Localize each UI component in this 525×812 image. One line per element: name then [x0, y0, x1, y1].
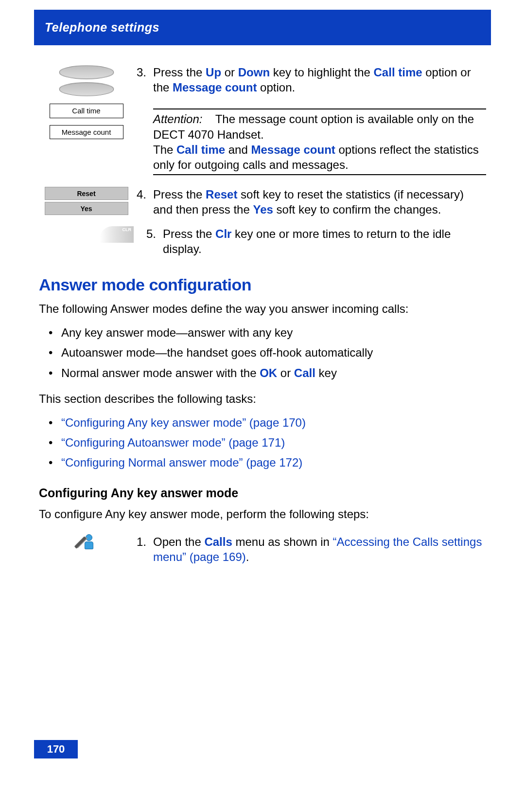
bullet-icon: •	[49, 435, 52, 450]
t: option.	[257, 81, 295, 94]
step-5-text: 5. Press the Clr key one or more times t…	[143, 226, 486, 256]
step-3-text: 3. Press the Up or Down key to highlight…	[134, 65, 486, 175]
t: soft key to confirm the changes.	[273, 203, 441, 216]
chapter-title: Telephone settings	[45, 20, 159, 34]
up-key-icon	[58, 65, 115, 79]
down-key-icon	[58, 82, 115, 96]
mode-autoanswer: Autoanswer mode—the handset goes off-hoo…	[61, 345, 373, 360]
bullet-icon: •	[49, 455, 52, 470]
tasks-list: • “Configuring Any key answer mode” (pag…	[39, 415, 486, 470]
link-normal[interactable]: “Configuring Normal answer mode” (page 1…	[61, 455, 302, 470]
page-content: Call time Message count 3. Press the Up …	[34, 45, 491, 565]
chapter-header: Telephone settings	[34, 10, 491, 45]
mode-any-key: Any key answer mode—answer with any key	[61, 325, 293, 340]
calls-menu-icon	[79, 534, 93, 549]
step-4-row: Reset Yes 4. Press the Reset soft key to…	[39, 187, 486, 217]
list-item: • “Configuring Autoanswer mode” (page 17…	[49, 435, 486, 450]
t: Press the	[163, 227, 215, 240]
t: Press the	[153, 188, 206, 201]
note-call-time: Call time	[176, 143, 225, 156]
step-5-body: Press the Clr key one or more times to r…	[163, 226, 486, 256]
bullet-icon: •	[49, 365, 52, 380]
t: key	[315, 366, 337, 379]
anykey-step-1-row: 1. Open the Calls menu as shown in “Acce…	[39, 534, 486, 564]
step-3-number: 3.	[134, 65, 146, 80]
person-icon	[85, 534, 93, 549]
bullet-icon: •	[49, 325, 52, 340]
t: The	[153, 143, 176, 156]
reset-softkey: Reset	[45, 187, 128, 200]
down-key-label: Down	[238, 66, 270, 79]
message-count-label: Message count	[173, 81, 257, 94]
t: key to highlight the	[270, 66, 373, 79]
list-item: • “Configuring Any key answer mode” (pag…	[49, 415, 486, 430]
anykey-step-1-text: 1. Open the Calls menu as shown in “Acce…	[134, 534, 486, 564]
anykey-step-1-number: 1.	[134, 534, 146, 549]
link-any-key[interactable]: “Configuring Any key answer mode” (page …	[61, 415, 306, 430]
t: menu as shown in	[232, 535, 333, 548]
reset-label: Reset	[206, 188, 237, 201]
step-5-illustration: CLR	[39, 226, 143, 243]
list-item: • Any key answer mode—answer with any ke…	[49, 325, 486, 340]
step-4-number: 4.	[134, 187, 146, 202]
yes-label: Yes	[253, 203, 273, 216]
list-item: • Autoanswer mode—the handset goes off-h…	[49, 345, 486, 360]
t: Open the	[153, 535, 204, 548]
attention-label: Attention:	[153, 112, 202, 126]
step-4-text: 4. Press the Reset soft key to reset the…	[134, 187, 486, 217]
step-5-number: 5.	[143, 226, 156, 241]
t: and	[225, 143, 251, 156]
option-message-count: Message count	[50, 125, 123, 140]
step-3-illustration: Call time Message count	[39, 65, 134, 139]
page-number: 170	[34, 740, 78, 758]
up-key-label: Up	[206, 66, 221, 79]
step-3-body: Press the Up or Down key to highlight th…	[153, 65, 486, 175]
step-3-row: Call time Message count 3. Press the Up …	[39, 65, 486, 175]
clr-label: Clr	[215, 227, 231, 240]
tasks-intro: This section describes the following tas…	[39, 391, 486, 406]
section-title: Answer mode configuration	[39, 274, 486, 295]
link-autoanswer[interactable]: “Configuring Autoanswer mode” (page 171)	[61, 435, 285, 450]
clr-key-label: CLR	[122, 228, 132, 232]
t: or	[221, 66, 238, 79]
yes-softkey: Yes	[45, 202, 128, 215]
t: .	[246, 550, 249, 563]
call-label: Call	[294, 366, 315, 379]
anykey-step-1-illustration	[39, 534, 134, 549]
mode-normal: Normal answer mode answer with the OK or…	[61, 365, 337, 380]
step-5-row: CLR 5. Press the Clr key one or more tim…	[39, 226, 486, 256]
subsection-heading: Configuring Any key answer mode	[39, 485, 486, 501]
bullet-icon: •	[49, 345, 52, 360]
step-4-body: Press the Reset soft key to reset the st…	[153, 187, 486, 217]
note-message-count: Message count	[251, 143, 335, 156]
list-item: • “Configuring Normal answer mode” (page…	[49, 455, 486, 470]
step-4-illustration: Reset Yes	[39, 187, 134, 217]
attention-note: Attention: The message count option is a…	[153, 108, 486, 175]
list-item: • Normal answer mode answer with the OK …	[49, 365, 486, 380]
call-time-label: Call time	[374, 66, 422, 79]
ok-label: OK	[260, 366, 277, 379]
bullet-icon: •	[49, 415, 52, 430]
clr-key-icon: CLR	[100, 226, 134, 243]
answer-modes-list: • Any key answer mode—answer with any ke…	[39, 325, 486, 380]
t: Press the	[153, 66, 206, 79]
page: Telephone settings Call time Message cou…	[0, 0, 525, 812]
t: or	[277, 366, 294, 379]
calls-label: Calls	[204, 535, 232, 548]
anykey-step-1-body: Open the Calls menu as shown in “Accessi…	[153, 534, 486, 564]
option-call-time: Call time	[50, 104, 123, 118]
page-number-value: 170	[47, 743, 65, 756]
intro-paragraph: The following Answer modes define the wa…	[39, 301, 486, 316]
subsection-intro: To configure Any key answer mode, perfor…	[39, 506, 486, 522]
t: Normal answer mode answer with the	[61, 366, 260, 379]
